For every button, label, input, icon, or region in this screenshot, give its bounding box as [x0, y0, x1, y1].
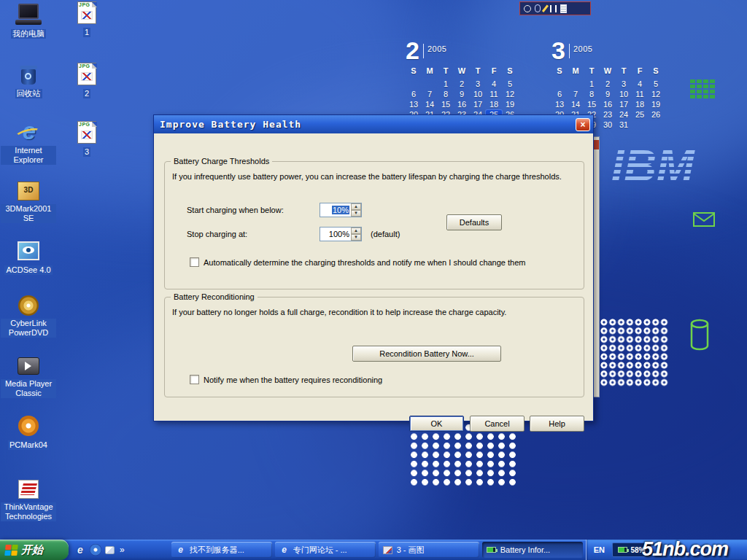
ie-icon[interactable]: e	[74, 544, 86, 556]
calendar-day: 6	[551, 90, 568, 99]
stop-charging-label: Stop charging at:	[187, 230, 247, 238]
desktop-icon-powerdvd[interactable]: CyberLink PowerDVD	[0, 294, 57, 338]
recondition-battery-button[interactable]: Recondition Battery Now...	[352, 346, 501, 362]
calendar-day-header: S	[406, 66, 422, 76]
spinner-down-button[interactable]: ▼	[351, 210, 361, 217]
calendar-day: 1	[584, 79, 600, 89]
calendar-day: 16	[600, 100, 616, 109]
calendar-day: 13	[406, 100, 422, 109]
desktop-icon-pcmark04[interactable]: PCMark04	[0, 414, 57, 451]
battery-icon	[487, 545, 497, 555]
desktop-icon-file-3[interactable]: JPG 3	[58, 121, 115, 158]
calendar-day: 30	[600, 120, 616, 130]
calendar-day: 15	[584, 100, 600, 109]
calendar-day: 19	[502, 100, 518, 109]
power-icon[interactable]	[524, 5, 531, 12]
spinner-up-button[interactable]: ▲	[351, 203, 361, 210]
calendar-day	[422, 79, 438, 89]
jpg-file-icon: JPG	[74, 1, 100, 25]
desktop-icon-3dmark2001[interactable]: 3D 3DMark2001 SE	[0, 179, 57, 224]
calendar-day: 3	[616, 79, 632, 89]
task-button-paint[interactable]: 3 - 画图	[379, 542, 479, 558]
calendar-month: 2	[406, 39, 419, 61]
checkbox[interactable]	[190, 257, 199, 267]
powerdvd-icon	[15, 294, 42, 317]
task-button-forum[interactable]: e 专门网论坛 - ...	[275, 542, 376, 558]
notify-reconditioning-checkbox-row[interactable]: Notify me when the battery requires reco…	[190, 375, 382, 384]
calendar-day: 17	[616, 100, 632, 109]
envelope-icon	[692, 211, 716, 228]
dialog-titlebar[interactable]: Improve Battery Health ×	[154, 115, 593, 133]
calendar-day-header: W	[454, 66, 470, 76]
icon-label: 3DMark2001 SE	[1, 204, 56, 223]
acdsee-icon	[15, 239, 42, 262]
mouse-icon[interactable]	[535, 4, 541, 12]
spinner-down-button[interactable]: ▼	[351, 234, 361, 241]
media-player-icon[interactable]	[90, 544, 101, 556]
mini-launcher-toolbar	[519, 1, 591, 15]
ibm-logo: IBM	[610, 137, 719, 194]
calendar-day: 11	[486, 90, 502, 99]
overflow-chevron[interactable]: »	[118, 545, 125, 555]
calendar-day: 2	[454, 79, 470, 89]
calendar-day: 18	[632, 100, 648, 109]
battery-icon	[618, 547, 627, 553]
desktop: IBM 2 2005 SMTWTFS 123456789101112131415…	[0, 0, 747, 560]
start-charging-label: Start charging when below:	[187, 206, 284, 214]
desktop-icon-media-player-classic[interactable]: Media Player Classic	[0, 354, 57, 399]
language-indicator[interactable]: EN	[594, 545, 605, 554]
calendar-separator	[423, 44, 424, 58]
media-player-classic-icon	[15, 354, 42, 378]
calendar-day: 16	[454, 100, 470, 109]
spinner-up-button[interactable]: ▲	[351, 228, 361, 234]
help-button[interactable]: Help	[530, 416, 584, 432]
start-button[interactable]: 开始	[0, 540, 69, 560]
desktop-icon-internet-explorer[interactable]: e Internet Explorer	[0, 121, 57, 166]
calendar-day-header: F	[486, 66, 502, 76]
icon-label: ACDSee 4.0	[4, 265, 52, 275]
recycle-bin-icon	[15, 63, 42, 86]
calendar-day-header: M	[422, 66, 438, 76]
desktop-icon-file-2[interactable]: JPG 2	[58, 63, 115, 99]
desktop-icon-my-computer[interactable]: 我的电脑	[0, 3, 57, 39]
svg-text:IBM: IBM	[611, 140, 695, 190]
internet-explorer-icon: e	[15, 121, 42, 144]
start-label: 开始	[21, 543, 43, 557]
document-icon[interactable]	[560, 4, 567, 13]
dialog-title: Improve Battery Health	[160, 119, 301, 130]
desktop-icon-acdsee[interactable]: ACDSee 4.0	[0, 239, 57, 276]
calendar-separator	[569, 44, 570, 58]
checkbox[interactable]	[190, 375, 199, 384]
calendar-day: 7	[568, 90, 584, 99]
show-desktop-icon[interactable]	[105, 546, 115, 554]
calendar-day: 15	[438, 100, 454, 109]
cancel-button[interactable]: Cancel	[470, 416, 525, 432]
defaults-button[interactable]: Defaults	[446, 214, 502, 230]
task-button-server-not-found[interactable]: e 找不到服务器...	[171, 542, 272, 558]
spinner-value[interactable]: 100%	[320, 228, 351, 241]
spinner-value[interactable]: 10%	[320, 203, 351, 217]
calendar-day: 26	[648, 110, 664, 120]
stop-charging-spinner[interactable]: 100% ▲ ▼	[320, 227, 362, 241]
calendar-day: 14	[422, 100, 438, 109]
grid-icon	[690, 79, 718, 101]
ok-button[interactable]: OK	[409, 416, 464, 432]
desktop-icon-thinkvantage[interactable]: ThinkVantage Technologies	[0, 478, 57, 522]
icon-label: 我的电脑	[11, 29, 46, 39]
calendar-day-headers: SMTWTFS	[551, 66, 670, 76]
icon-label: CyberLink PowerDVD	[1, 319, 56, 338]
start-charging-spinner[interactable]: 10% ▲ ▼	[320, 203, 362, 217]
task-button-battery-information[interactable]: Battery Infor...	[482, 542, 583, 558]
pen-icon[interactable]	[542, 4, 549, 12]
checkbox-label: Notify me when the battery requires reco…	[204, 376, 382, 384]
calendar-day-header: S	[502, 66, 518, 76]
calendar-day: 8	[584, 90, 600, 99]
icon-label: 3	[83, 147, 90, 157]
desktop-icon-recycle-bin[interactable]: 回收站	[0, 63, 57, 99]
desktop-icon-file-1[interactable]: JPG 1	[58, 1, 115, 38]
close-button[interactable]: ×	[576, 118, 590, 131]
calendar-day: 9	[454, 90, 470, 99]
taskbar: 开始 e » e 找不到服务器... e 专门网论坛 - ... 3 - 画图	[0, 540, 747, 560]
auto-determine-checkbox-row[interactable]: Automatically determine the charging thr…	[190, 257, 525, 267]
switch-icon[interactable]	[550, 5, 557, 12]
